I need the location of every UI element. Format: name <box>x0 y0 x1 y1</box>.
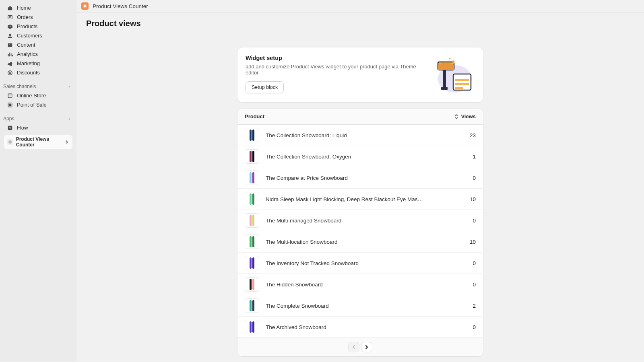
svg-rect-20 <box>455 83 469 85</box>
table-row[interactable]: The Compare at Price Snowboard 0 <box>237 167 483 189</box>
nav-item-home[interactable]: Home <box>0 3 76 12</box>
product-name: Nidra Sleep Mask Light Blocking, Deep Re… <box>266 196 445 202</box>
nav-label: Point of Sale <box>17 102 47 108</box>
product-name: The Archived Snowboard <box>266 324 445 330</box>
nav-label: Orders <box>17 14 33 20</box>
sort-icon <box>454 114 458 119</box>
nav-item-customers[interactable]: Customers <box>0 31 76 40</box>
widget-setup-banner: Widget setup add and customize Product V… <box>237 47 483 102</box>
flow-icon <box>7 125 13 131</box>
table-row[interactable]: The Multi-location Snowboard 10 <box>237 231 483 253</box>
next-page-button[interactable] <box>361 342 372 352</box>
setup-block-button[interactable]: Setup block <box>246 81 284 93</box>
nav-label: Home <box>17 5 31 11</box>
app-logo-icon <box>81 2 89 10</box>
product-name: The Inventory Not Tracked Snowboard <box>266 260 445 266</box>
product-name: The Hidden Snowboard <box>266 282 445 288</box>
channel-item-store[interactable]: Online Store <box>0 91 76 100</box>
section-label: Sales channels <box>3 84 36 89</box>
product-thumbnail <box>245 213 259 228</box>
product-views-count: 10 <box>452 196 476 202</box>
table-row[interactable]: The Collection Snowboard: Oxygen 1 <box>237 146 483 167</box>
product-thumbnail <box>245 234 259 249</box>
apps-header[interactable]: Apps › <box>0 113 76 123</box>
product-thumbnail <box>245 298 259 313</box>
product-name: The Compare at Price Snowboard <box>266 175 445 181</box>
content-icon <box>7 42 13 48</box>
nav-item-content[interactable]: Content <box>0 40 76 49</box>
nav-label: Discounts <box>17 70 40 76</box>
banner-heading: Widget setup <box>246 55 426 61</box>
nav-item-marketing[interactable]: Marketing <box>0 59 76 68</box>
orders-icon <box>7 14 13 20</box>
store-icon <box>7 93 13 99</box>
product-views-count: 2 <box>452 303 476 309</box>
product-name: The Collection Snowboard: Liquid <box>266 132 445 138</box>
table-row[interactable]: Nidra Sleep Mask Light Blocking, Deep Re… <box>237 189 483 210</box>
sales-channels-header[interactable]: Sales channels › <box>0 81 76 91</box>
svg-point-14 <box>8 140 12 144</box>
pin-icon[interactable] <box>64 140 69 144</box>
product-views-count: 0 <box>452 175 476 181</box>
nav-label: Customers <box>17 33 42 39</box>
section-label: Apps <box>3 116 14 121</box>
table-row[interactable]: The Archived Snowboard 0 <box>237 317 483 337</box>
product-name: The Multi-location Snowboard <box>266 239 445 245</box>
pinned-app-label: Product Views Counter <box>16 136 61 148</box>
page-title: Product views <box>76 12 644 33</box>
svg-rect-9 <box>9 104 11 106</box>
table-row[interactable]: The Hidden Snowboard 0 <box>237 274 483 295</box>
product-views-table: Product Views The Collection Snowboard: … <box>237 109 483 356</box>
svg-rect-0 <box>8 15 12 19</box>
home-icon <box>7 5 13 11</box>
svg-rect-22 <box>443 69 446 88</box>
nav-label: Analytics <box>17 51 38 57</box>
col-views-header[interactable]: Views <box>454 113 476 119</box>
product-name: The Collection Snowboard: Oxygen <box>266 154 445 160</box>
svg-rect-7 <box>8 94 12 98</box>
chevron-right-icon: › <box>68 116 70 121</box>
product-thumbnail <box>245 128 259 142</box>
pagination <box>237 337 483 356</box>
product-thumbnail <box>245 277 259 292</box>
table-row[interactable]: The Multi-managed Snowboard 0 <box>237 210 483 231</box>
product-views-count: 0 <box>452 282 476 288</box>
svg-rect-21 <box>455 87 463 89</box>
product-views-count: 23 <box>452 132 476 138</box>
product-thumbnail <box>245 149 259 164</box>
product-name: The Multi-managed Snowboard <box>266 218 445 224</box>
banner-body: add and customize Product Views widget t… <box>246 64 426 76</box>
discounts-icon <box>7 70 13 76</box>
nav-item-orders[interactable]: Orders <box>0 12 76 22</box>
nav-label: Flow <box>17 125 28 131</box>
channel-item-pos[interactable]: Point of Sale <box>0 100 76 109</box>
svg-point-16 <box>84 5 86 7</box>
app-name: Product Views Counter <box>93 3 148 9</box>
table-row[interactable]: The Collection Snowboard: Liquid 23 <box>237 125 483 146</box>
table-row[interactable]: The Inventory Not Tracked Snowboard 0 <box>237 253 483 274</box>
table-row[interactable]: The Complete Snowboard 2 <box>237 295 483 317</box>
pos-icon <box>7 102 13 108</box>
table-header: Product Views <box>237 109 483 125</box>
nav-label: Products <box>17 23 37 29</box>
product-thumbnail <box>245 171 259 185</box>
app-topbar: Product Views Counter <box>76 0 644 12</box>
prev-page-button <box>348 342 359 352</box>
nav-label: Content <box>17 42 35 48</box>
nav-label: Marketing <box>17 60 40 66</box>
app-item-flow[interactable]: Flow <box>0 123 76 132</box>
banner-illustration-icon <box>431 55 475 95</box>
chevron-right-icon: › <box>68 84 70 89</box>
product-views-count: 0 <box>452 260 476 266</box>
nav-item-discounts[interactable]: Discounts <box>0 68 76 77</box>
product-name: The Complete Snowboard <box>266 303 445 309</box>
svg-rect-24 <box>441 87 448 90</box>
sidebar: HomeOrdersProductsCustomersContentAnalyt… <box>0 0 76 362</box>
product-thumbnail <box>245 192 259 206</box>
pinned-app-current[interactable]: Product Views Counter <box>4 135 72 149</box>
analytics-icon <box>7 51 13 57</box>
nav-item-analytics[interactable]: Analytics <box>0 49 76 59</box>
svg-point-1 <box>9 33 11 35</box>
svg-point-6 <box>10 73 11 74</box>
nav-item-products[interactable]: Products <box>0 22 76 31</box>
